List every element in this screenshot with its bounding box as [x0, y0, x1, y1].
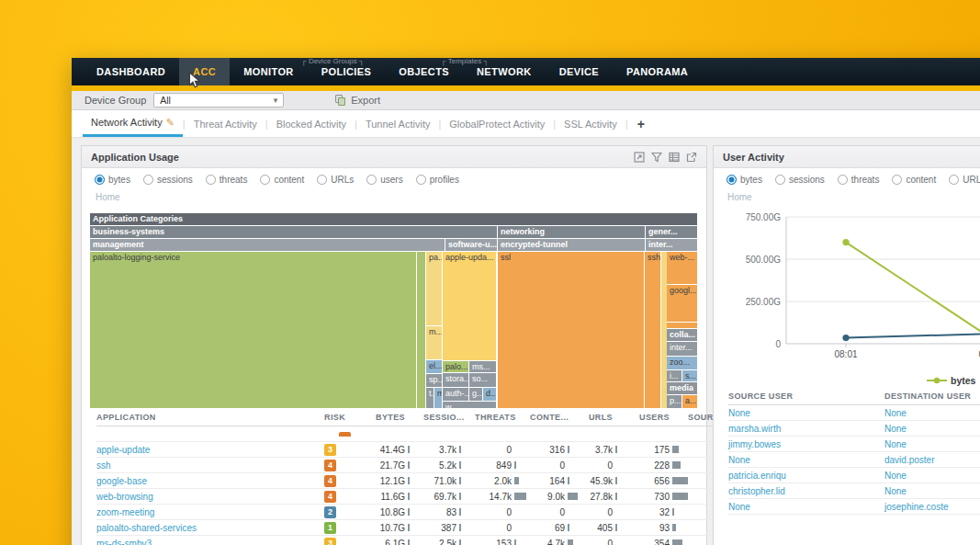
treemap-cell-colla[interactable]: colla...	[667, 329, 697, 341]
treemap-cell-d[interactable]: d...	[483, 388, 496, 401]
treemap-cell-auth[interactable]: auth-...	[443, 388, 468, 401]
treemap-cell-i[interactable]: i...	[667, 370, 681, 381]
treemap-cell-palo[interactable]: palo...	[443, 361, 468, 372]
radio-urls[interactable]: URLs	[317, 175, 354, 185]
treemap-cell-paloalto-logging-service[interactable]: paloalto-logging-service	[90, 252, 416, 408]
treemap-cell-g[interactable]: g...	[469, 388, 482, 401]
add-tab-button[interactable]: +	[628, 117, 654, 131]
treemap-cell-t[interactable]: t...	[426, 388, 434, 408]
column-header-conte[interactable]: CONTE...	[530, 409, 583, 426]
treemap-cell-m[interactable]: m...	[426, 326, 442, 359]
treemap-cell-ssl[interactable]: ssl	[498, 252, 644, 408]
radio-threats[interactable]: threats	[206, 175, 248, 185]
expand-icon[interactable]	[634, 152, 645, 163]
treemap-cell-encrypted-tunnel[interactable]: encrypted-tunnel	[498, 239, 645, 251]
column-header-urls[interactable]: URLS	[583, 409, 631, 426]
destination-user-link[interactable]: None	[884, 424, 907, 434]
treemap-cell-application-categories[interactable]: Application Categories	[90, 213, 697, 225]
destination-user-link[interactable]: None	[884, 408, 907, 418]
source-user-link[interactable]: marsha.wirth	[728, 424, 781, 434]
application-link[interactable]: web-browsing	[96, 492, 153, 502]
source-user-link[interactable]: christopher.lid	[728, 486, 785, 496]
application-link[interactable]: google-base	[96, 476, 147, 486]
radio-threats[interactable]: threats	[838, 175, 880, 185]
destination-user-link[interactable]: None	[884, 439, 907, 449]
source-user-link[interactable]: None	[728, 408, 750, 418]
source-user-link[interactable]: None	[728, 455, 750, 465]
column-header-sessio[interactable]: SESSIO...	[423, 409, 475, 426]
breadcrumb[interactable]: Home	[82, 189, 706, 206]
treemap-cell-ms[interactable]: ms...	[469, 361, 496, 372]
jump-to-logs-icon[interactable]	[686, 152, 697, 163]
treemap-cell-w[interactable]: w...	[443, 402, 496, 408]
nav-item-acc[interactable]: ACC	[179, 58, 230, 85]
column-header-bytes[interactable]: BYTES	[355, 409, 423, 426]
chart-legend[interactable]: bytes	[927, 375, 975, 386]
edit-tab-icon[interactable]: ✎	[166, 117, 175, 128]
column-header-risk[interactable]: RISK	[324, 409, 355, 426]
treemap-cell-media[interactable]: media	[667, 382, 697, 394]
treemap-cell-networking[interactable]: networking	[498, 226, 645, 238]
column-header-destination-user[interactable]: DESTINATION USER	[884, 388, 980, 405]
export-button[interactable]: Export	[335, 95, 380, 106]
radio-bytes[interactable]: bytes	[95, 175, 130, 185]
nav-item-device[interactable]: DEVICE	[546, 58, 613, 85]
source-user-link[interactable]: None	[728, 502, 750, 512]
source-user-link[interactable]: jimmy.bowes	[728, 439, 781, 449]
radio-bytes[interactable]: bytes	[727, 175, 762, 185]
treemap-cell-zoo[interactable]: zoo...	[667, 357, 697, 369]
treemap-cell-management[interactable]: management	[90, 239, 445, 251]
column-header-threats[interactable]: THREATS	[475, 409, 530, 426]
tab-blocked-activity[interactable]: Blocked Activity	[268, 112, 355, 135]
column-header-application[interactable]: APPLICATION	[96, 409, 324, 426]
treemap-cell-web[interactable]: web-...	[667, 252, 697, 284]
treemap-cell-ssh[interactable]: ssh	[645, 252, 660, 408]
column-header-source-user[interactable]: SOURCE USER	[728, 388, 884, 405]
treemap-cell-gener[interactable]: gener...	[646, 226, 697, 238]
radio-users[interactable]: users	[366, 175, 402, 185]
radio-content[interactable]: content	[260, 175, 304, 185]
radio-urls[interactable]: URLs	[949, 175, 980, 185]
treemap-cell-el[interactable]: el...	[426, 360, 442, 373]
treemap-cell-a[interactable]: a...	[682, 395, 697, 408]
treemap-cell-so[interactable]: so...	[469, 373, 496, 387]
radio-sessions[interactable]: sessions	[143, 175, 193, 185]
application-link[interactable]: ms-ds-smbv3	[96, 539, 152, 545]
radio-sessions[interactable]: sessions	[775, 175, 825, 185]
radio-profiles[interactable]: profiles	[416, 175, 459, 185]
tab-ssl-activity[interactable]: SSL Activity	[556, 112, 625, 135]
tab-tunnel-activity[interactable]: Tunnel Activity	[357, 112, 439, 135]
treemap-cell-apple-upda[interactable]: apple-upda...	[443, 252, 496, 360]
nav-item-dashboard[interactable]: DASHBOARD	[83, 58, 179, 85]
source-user-link[interactable]: patricia.enriqu	[728, 471, 786, 481]
treemap-cell-stora[interactable]: stora...	[443, 373, 468, 387]
treemap-cell-inter[interactable]: inter...	[667, 342, 697, 356]
table-view-icon[interactable]	[669, 152, 680, 163]
filter-icon[interactable]	[651, 152, 662, 163]
destination-user-link[interactable]: david.poster	[884, 455, 934, 465]
application-link[interactable]: apple-update	[96, 445, 150, 455]
tab-network-activity[interactable]: Network Activity✎	[83, 110, 183, 137]
application-link[interactable]: ssh	[96, 460, 111, 471]
nav-item-monitor[interactable]: MONITOR	[230, 58, 308, 85]
treemap-cell-p[interactable]: p...	[667, 395, 681, 408]
column-header-users[interactable]: USERS	[631, 409, 688, 426]
radio-content[interactable]: content	[892, 175, 936, 185]
destination-user-link[interactable]: josephine.coste	[884, 502, 949, 512]
treemap-cell-sp[interactable]: sp...	[426, 374, 442, 387]
treemap-cell-s[interactable]: s...	[682, 370, 697, 381]
treemap-cell-software-u[interactable]: software-u...	[445, 239, 497, 251]
nav-item-panorama[interactable]: PANORAMA	[613, 58, 702, 85]
treemap-cell-m[interactable]: m...	[434, 388, 442, 408]
breadcrumb[interactable]: Home	[714, 189, 980, 206]
tab-threat-activity[interactable]: Threat Activity	[186, 112, 265, 135]
treemap-cell-business-systems[interactable]: business-systems	[90, 226, 497, 238]
destination-user-link[interactable]: None	[884, 471, 907, 481]
destination-user-link[interactable]: None	[884, 486, 907, 496]
treemap-cell-inter[interactable]: inter...	[646, 239, 697, 251]
treemap-cell-pa[interactable]: pa...	[426, 252, 442, 325]
treemap-cell-googl[interactable]: googl...	[667, 285, 697, 322]
device-group-select[interactable]: All ▾	[153, 93, 284, 108]
application-link[interactable]: paloalto-shared-services	[96, 523, 197, 533]
application-link[interactable]: zoom-meeting	[96, 507, 154, 517]
